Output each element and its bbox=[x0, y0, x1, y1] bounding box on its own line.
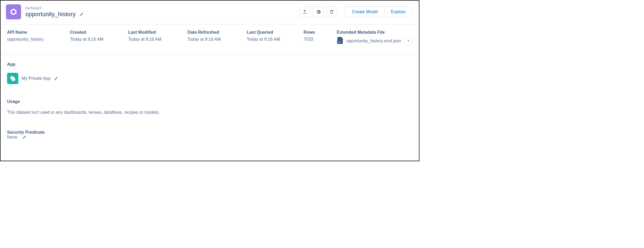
app-icon bbox=[7, 73, 18, 84]
settings-button[interactable] bbox=[313, 6, 324, 17]
meta-value: 7033 bbox=[304, 37, 326, 42]
meta-label: Last Queried bbox=[247, 30, 293, 35]
edit-title-icon[interactable] bbox=[79, 12, 84, 16]
meta-value: Today at 9:16 AM bbox=[247, 37, 293, 42]
page-header: DATASET opportunity_history Create Model… bbox=[1, 1, 419, 25]
create-model-button[interactable]: Create Model bbox=[345, 6, 384, 17]
svg-text:XMD: XMD bbox=[337, 41, 341, 43]
meta-value: Today at 9:16 AM bbox=[128, 37, 177, 42]
title-row: opportunity_history bbox=[25, 11, 84, 18]
section-app: App My Private App bbox=[7, 62, 412, 84]
xmd-file-icon: XMD bbox=[337, 37, 343, 45]
primary-button-group: Create Model Explore bbox=[345, 6, 412, 17]
dataset-icon bbox=[6, 4, 21, 19]
meta-label: Extended Metadata File bbox=[337, 30, 412, 35]
meta-last-queried: Last Queried Today at 9:16 AM bbox=[247, 30, 293, 45]
meta-xmd: Extended Metadata File XMD opportunity_h… bbox=[337, 30, 412, 45]
predicate-value: None bbox=[7, 135, 17, 140]
edit-app-icon[interactable] bbox=[54, 76, 58, 81]
page-title: opportunity_history bbox=[25, 11, 76, 18]
meta-last-modified: Last Modified Today at 9:16 AM bbox=[128, 30, 177, 45]
header-left: DATASET opportunity_history bbox=[6, 4, 299, 19]
xmd-filename: opportunity_history.xmd.json bbox=[347, 39, 401, 43]
section-security-predicate: Security Predicate None bbox=[7, 130, 412, 140]
metadata-row: API Name opportunity_history Created Tod… bbox=[1, 25, 419, 55]
section-title: App bbox=[7, 62, 412, 67]
section-title: Security Predicate bbox=[7, 130, 412, 135]
meta-api-name: API Name opportunity_history bbox=[7, 30, 59, 45]
type-label: DATASET bbox=[25, 6, 84, 10]
meta-label: Rows bbox=[304, 30, 326, 35]
meta-value: opportunity_history bbox=[7, 37, 59, 42]
xmd-dropdown-button[interactable] bbox=[404, 37, 412, 45]
delete-button[interactable] bbox=[326, 6, 337, 17]
header-actions: Create Model Explore bbox=[299, 6, 412, 17]
edit-predicate-icon[interactable] bbox=[22, 135, 26, 139]
title-group: DATASET opportunity_history bbox=[25, 6, 84, 18]
predicate-row: None bbox=[7, 135, 412, 140]
upload-button[interactable] bbox=[299, 6, 310, 17]
xmd-file-row: XMD opportunity_history.xmd.json bbox=[337, 37, 412, 45]
meta-label: Data Refreshed bbox=[187, 30, 236, 35]
meta-rows: Rows 7033 bbox=[304, 30, 326, 45]
app-name: My Private App bbox=[22, 76, 51, 81]
section-usage: Usage This dataset isn't used in any das… bbox=[7, 99, 412, 115]
usage-text: This dataset isn't used in any dashboard… bbox=[7, 110, 412, 115]
meta-value: Today at 9:16 AM bbox=[187, 37, 236, 42]
meta-created: Created Today at 9:16 AM bbox=[70, 30, 117, 45]
meta-label: Created bbox=[70, 30, 117, 35]
meta-value: Today at 9:16 AM bbox=[70, 37, 117, 42]
meta-label: API Name bbox=[7, 30, 59, 35]
explore-button[interactable]: Explore bbox=[384, 6, 412, 17]
content-area: App My Private App Usage This dataset is… bbox=[1, 55, 419, 161]
svg-rect-6 bbox=[12, 78, 15, 81]
section-title: Usage bbox=[7, 99, 412, 104]
app-row: My Private App bbox=[7, 73, 412, 84]
meta-label: Last Modified bbox=[128, 30, 177, 35]
meta-data-refreshed: Data Refreshed Today at 9:16 AM bbox=[187, 30, 236, 45]
